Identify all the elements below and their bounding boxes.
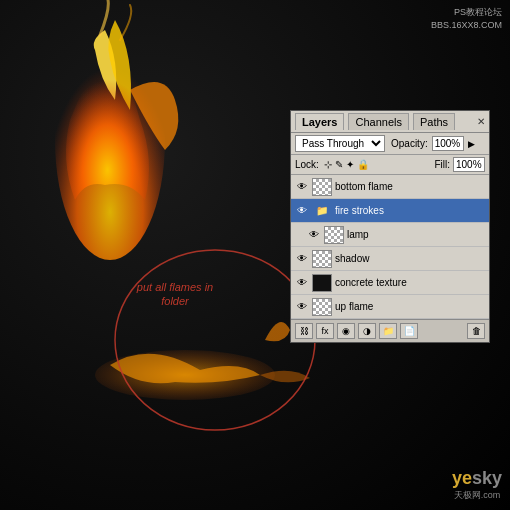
blend-mode-select[interactable]: Pass Through Normal Multiply Screen [295, 135, 385, 152]
visibility-icon-5[interactable]: 👁 [295, 300, 309, 314]
annotation-text: put all flames in folder [130, 280, 220, 309]
layer-styles-button[interactable]: fx [316, 323, 334, 339]
layer-name-4: concrete texture [335, 277, 485, 288]
layer-thumb-0 [312, 178, 332, 196]
lock-move-icon[interactable]: ✦ [346, 159, 354, 170]
layer-name-2: lamp [347, 229, 485, 240]
tab-channels[interactable]: Channels [348, 113, 408, 130]
layer-row-concrete[interactable]: 👁 concrete texture [291, 271, 489, 295]
adjustment-layer-button[interactable]: ◑ [358, 323, 376, 339]
layer-thumb-4 [312, 274, 332, 292]
new-group-button[interactable]: 📁 [379, 323, 397, 339]
tab-layers[interactable]: Layers [295, 113, 344, 130]
layer-row-fire-strokes[interactable]: 👁 📁 fire strokes [291, 199, 489, 223]
delete-layer-button[interactable]: 🗑 [467, 323, 485, 339]
lock-label: Lock: [295, 159, 319, 170]
lock-position-icon[interactable]: ⊹ [324, 159, 332, 170]
visibility-icon-3[interactable]: 👁 [295, 252, 309, 266]
layer-row-lamp[interactable]: 👁 lamp [291, 223, 489, 247]
layer-name-0: bottom flame [335, 181, 485, 192]
opacity-arrow[interactable]: ▶ [468, 139, 475, 149]
panel-close-button[interactable]: ✕ [477, 116, 485, 127]
layer-thumb-3 [312, 250, 332, 268]
lock-all-icon[interactable]: 🔒 [357, 159, 369, 170]
visibility-icon-0[interactable]: 👁 [295, 180, 309, 194]
opacity-label: Opacity: [391, 138, 428, 149]
layer-row-up-flame[interactable]: 👁 up flame [291, 295, 489, 319]
annotation-label: put all flames in folder [137, 281, 213, 307]
layer-name-5: up flame [335, 301, 485, 312]
add-mask-button[interactable]: ◉ [337, 323, 355, 339]
visibility-icon-4[interactable]: 👁 [295, 276, 309, 290]
panel-titlebar: Layers Channels Paths ✕ [291, 111, 489, 133]
layers-panel: Layers Channels Paths ✕ Pass Through Nor… [290, 110, 490, 343]
layer-row-bottom-flame[interactable]: 👁 bottom flame [291, 175, 489, 199]
tab-paths[interactable]: Paths [413, 113, 455, 130]
layer-name-3: shadow [335, 253, 485, 264]
ps-watermark-line1: PS教程论坛 [431, 6, 502, 19]
fill-label: Fill: [434, 159, 450, 170]
fill-input[interactable] [453, 157, 485, 172]
ps-watermark: PS教程论坛 BBS.16XX8.COM [431, 6, 502, 31]
visibility-icon-2[interactable]: 👁 [307, 228, 321, 242]
layer-thumb-5 [312, 298, 332, 316]
layer-name-1: fire strokes [335, 205, 485, 216]
blend-opacity-row: Pass Through Normal Multiply Screen Opac… [291, 133, 489, 155]
layer-row-shadow[interactable]: 👁 shadow [291, 247, 489, 271]
ps-watermark-line2: BBS.16XX8.COM [431, 19, 502, 32]
layer-thumb-2 [324, 226, 344, 244]
opacity-input[interactable] [432, 136, 464, 151]
new-layer-button[interactable]: 📄 [400, 323, 418, 339]
lock-fill-row: Lock: ⊹ ✎ ✦ 🔒 Fill: [291, 155, 489, 175]
layer-folder-thumb-1: 📁 [312, 202, 332, 220]
link-layers-button[interactable]: ⛓ [295, 323, 313, 339]
panel-toolbar: ⛓ fx ◉ ◑ 📁 📄 🗑 [291, 319, 489, 342]
lock-paint-icon[interactable]: ✎ [335, 159, 343, 170]
visibility-icon-1[interactable]: 👁 [295, 204, 309, 218]
